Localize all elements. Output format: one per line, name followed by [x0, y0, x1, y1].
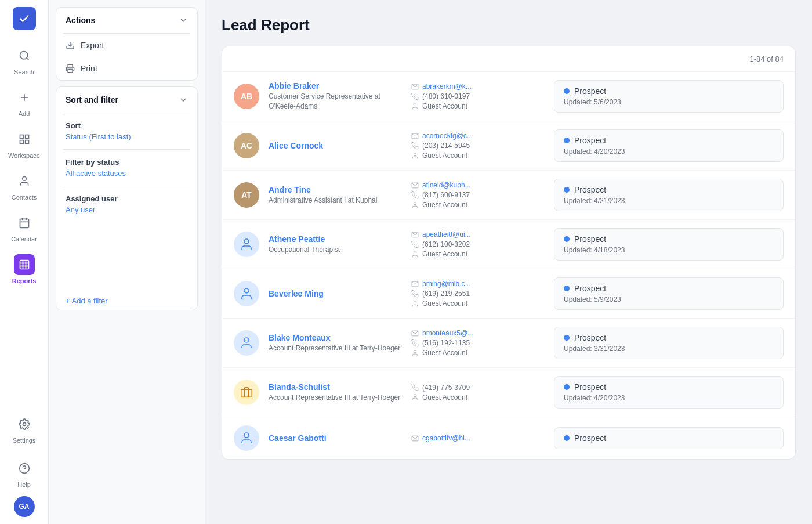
phone-text: (817) 600-9137: [422, 191, 470, 199]
svg-point-24: [414, 103, 416, 106]
lead-status-card: Prospect Updated: 4/18/2023: [554, 228, 784, 261]
avatar: AT: [234, 182, 259, 208]
lead-account: Guest Account: [411, 393, 545, 402]
status-filter-label: Filter by status: [66, 158, 188, 167]
lead-status-row: Prospect: [564, 136, 774, 145]
avatar: [234, 425, 259, 451]
email-link[interactable]: acornockfg@c...: [422, 132, 473, 140]
status-dot: [564, 138, 570, 143]
lead-status-text: Prospect: [574, 185, 606, 194]
lead-name[interactable]: Caesar Gabotti: [269, 433, 402, 443]
email-link[interactable]: atineld@kuph...: [422, 181, 471, 189]
lead-account: Guest Account: [411, 299, 545, 308]
email-link[interactable]: bming@mlb.c...: [422, 280, 471, 288]
lead-updated: Updated: 5/6/2023: [564, 98, 774, 106]
svg-point-32: [244, 288, 249, 293]
lead-contact: cgabottifv@hi...: [411, 434, 545, 442]
email-link[interactable]: bmonteaux5@...: [422, 329, 473, 337]
status-filter-group: Filter by status All active statuses: [56, 150, 197, 186]
status-dot: [564, 435, 570, 441]
status-dot: [564, 335, 570, 341]
user-avatar[interactable]: GA: [14, 496, 35, 517]
main-content: Lead Report 1-84 of 84 AB Abbie Braker C…: [205, 0, 812, 524]
sidebar-item-search[interactable]: Search: [0, 39, 48, 81]
lead-info: Beverlee Ming: [269, 289, 402, 298]
lead-name[interactable]: Blake Monteaux: [269, 333, 402, 342]
actions-header[interactable]: Actions: [56, 8, 197, 33]
assigned-user-group: Assigned user Any user: [56, 186, 197, 222]
add-filter-button[interactable]: + Add a filter: [56, 292, 197, 310]
sidebar-item-settings[interactable]: Settings: [0, 408, 48, 450]
phone-text: (612) 100-3202: [422, 240, 470, 248]
lead-info: Blake Monteaux Account Representative II…: [269, 333, 402, 353]
lead-account: Guest Account: [411, 151, 545, 160]
sort-value[interactable]: Status (First to last): [66, 132, 188, 141]
email-link[interactable]: cgabottifv@hi...: [422, 434, 470, 442]
svg-point-18: [23, 423, 26, 426]
lead-name[interactable]: Alice Cornock: [269, 141, 402, 150]
sidebar-workspace-label: Workspace: [8, 152, 40, 159]
table-row: Athene Peattie Occupational Therapist ap…: [222, 220, 795, 269]
sidebar-item-contacts[interactable]: Contacts: [0, 165, 48, 207]
email-link[interactable]: apeattiei8@ui...: [422, 230, 471, 238]
status-dot: [564, 236, 570, 242]
print-label: Print: [81, 64, 97, 73]
report-header: 1-84 of 84: [222, 46, 795, 72]
svg-rect-5: [25, 135, 28, 139]
lead-name[interactable]: Athene Peattie: [269, 234, 402, 244]
svg-point-35: [244, 338, 249, 342]
svg-rect-7: [20, 140, 23, 144]
lead-status-card: Prospect Updated: 4/21/2023: [554, 179, 784, 211]
sidebar-item-workspace[interactable]: Workspace: [0, 123, 48, 165]
lead-name[interactable]: Blanda-Schulist: [269, 382, 402, 392]
svg-point-29: [244, 239, 249, 244]
lead-status-card: Prospect Updated: 5/9/2023: [554, 277, 784, 310]
email-link[interactable]: abrakerkm@k...: [422, 82, 472, 91]
sidebar-item-help[interactable]: Help: [0, 452, 48, 494]
lead-status-text: Prospect: [574, 234, 606, 244]
lead-info: Abbie Braker Customer Service Representa…: [269, 81, 402, 111]
table-row: AB Abbie Braker Customer Service Represe…: [222, 72, 795, 121]
svg-point-43: [414, 395, 416, 397]
sidebar-item-reports[interactable]: Reports: [0, 248, 48, 290]
sidebar-item-calendar[interactable]: Calendar: [0, 207, 48, 248]
lead-email: acornockfg@c...: [411, 132, 545, 140]
sort-filter-header[interactable]: Sort and filter: [56, 87, 197, 113]
status-filter-value[interactable]: All active statuses: [66, 169, 188, 178]
lead-updated: Updated: 3/31/2023: [564, 345, 774, 353]
app-logo[interactable]: [13, 7, 36, 30]
assigned-user-value[interactable]: Any user: [66, 205, 188, 214]
lead-phone: (612) 100-3202: [411, 240, 545, 248]
svg-line-1: [26, 58, 28, 60]
sidebar-calendar-label: Calendar: [11, 236, 37, 243]
print-button[interactable]: Print: [56, 57, 197, 80]
lead-contact: bming@mlb.c... (619) 219-2551 Guest Acco…: [411, 280, 545, 308]
avatar: AC: [234, 133, 259, 158]
table-row: Beverlee Ming bming@mlb.c... (619) 219-2…: [222, 269, 795, 319]
sidebar-help-label: Help: [17, 481, 31, 488]
phone-text: (203) 214-5945: [422, 142, 470, 150]
account-text: Guest Account: [422, 393, 467, 402]
export-button[interactable]: Export: [56, 34, 197, 57]
sidebar-contacts-label: Contacts: [12, 194, 37, 201]
lead-status-card: Prospect Updated: 5/6/2023: [554, 80, 784, 113]
lead-name[interactable]: Beverlee Ming: [269, 289, 402, 298]
lead-name[interactable]: Abbie Braker: [269, 81, 402, 91]
phone-text: (419) 775-3709: [422, 384, 470, 392]
sidebar-item-add[interactable]: Add: [0, 81, 48, 123]
lead-name[interactable]: Andre Tine: [269, 185, 402, 194]
lead-title: Account Representative III at Terry-Hoeg…: [269, 393, 402, 403]
lead-status-row: Prospect: [564, 433, 774, 443]
account-text: Guest Account: [422, 151, 467, 160]
lead-status-text: Prospect: [574, 284, 606, 293]
status-dot: [564, 187, 570, 193]
lead-status-text: Prospect: [574, 136, 606, 145]
lead-title: Account Representative III at Terry-Hoeg…: [269, 344, 402, 353]
sidebar: Search Add Workspace Contacts: [0, 0, 49, 524]
avatar: [234, 281, 259, 306]
lead-updated: Updated: 4/20/2023: [564, 394, 774, 402]
lead-phone: (817) 600-9137: [411, 191, 545, 199]
account-text: Guest Account: [422, 102, 467, 110]
svg-rect-22: [68, 69, 72, 72]
lead-contact: atineld@kuph... (817) 600-9137 Guest Acc…: [411, 181, 545, 209]
